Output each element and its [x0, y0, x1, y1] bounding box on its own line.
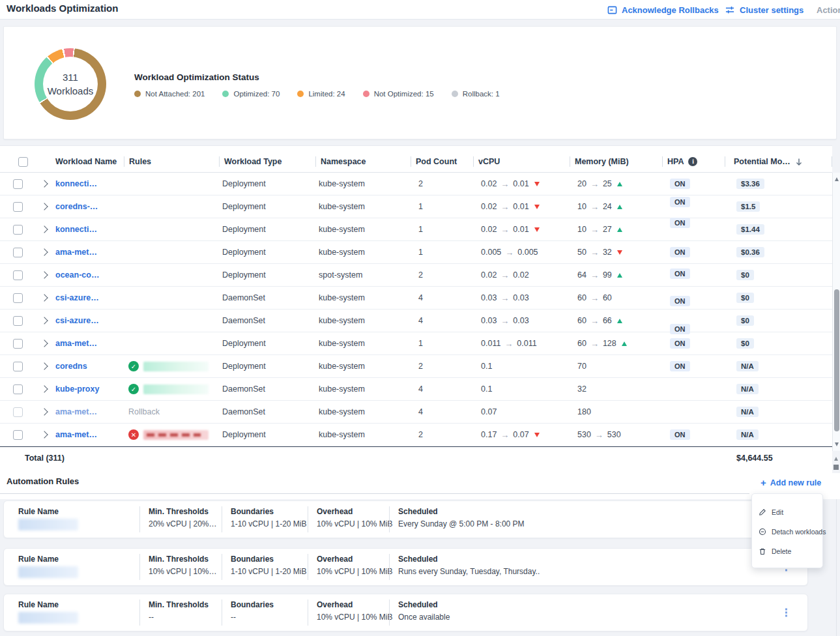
add-new-rule-button[interactable]: + Add new rule [760, 478, 821, 487]
row-checkbox[interactable] [13, 407, 23, 417]
row-checkbox[interactable] [13, 362, 23, 371]
workload-name-link[interactable]: ama-met… [53, 407, 124, 416]
expand-cell [33, 386, 53, 392]
arrow-right-icon: → [500, 202, 509, 212]
acknowledge-rollbacks-button[interactable]: Acknowledge Rollbacks [607, 0, 719, 20]
workload-name-link[interactable]: kube-proxy [53, 384, 124, 394]
pod-count-cell: 4 [411, 407, 473, 416]
expand-row-icon[interactable] [40, 317, 48, 324]
row-checkbox[interactable] [13, 293, 23, 303]
menu-item-detach-workloads[interactable]: Detach workloads [752, 522, 822, 542]
rule-actions-kebab[interactable] [783, 607, 789, 619]
col-header-potential-monthly[interactable]: Potential Mo… [725, 151, 832, 172]
workload-name-link[interactable]: konnecti… [53, 225, 124, 234]
workload-name-link[interactable]: ocean-co… [53, 270, 124, 280]
row-checkbox[interactable] [13, 179, 23, 189]
potential-cell: $1.44 [725, 224, 832, 235]
rule-actions-menu: EditDetach workloadsDelete [751, 493, 823, 568]
potential-cell: N/A [725, 429, 832, 440]
rule-name-label: Rule Name [18, 507, 139, 516]
row-checkbox[interactable] [13, 384, 23, 394]
potential-cell: $0 [725, 270, 832, 280]
menu-item-delete[interactable]: Delete [752, 542, 822, 561]
rules-cell: Rollback [124, 407, 219, 416]
vcpu-cell: 0.03→0.03 [473, 293, 570, 303]
row-checkbox[interactable] [13, 225, 23, 235]
row-checkbox[interactable] [13, 270, 23, 280]
workload-name-link[interactable]: ama-met… [53, 430, 124, 439]
workload-name-link[interactable]: coredns [53, 362, 124, 371]
trend-up-icon [617, 205, 622, 209]
table-row: csi-azure…DaemonSetkube-system40.03→0.03… [0, 310, 832, 332]
col-header-namespace[interactable]: Namespace [315, 151, 411, 172]
legend-label: Optimized: 70 [233, 90, 280, 98]
workload-name-link[interactable]: ama-met… [53, 248, 124, 257]
workload-name-cell: konnecti… [53, 179, 124, 188]
table-scrollbar[interactable] [832, 173, 840, 451]
expand-row-icon[interactable] [40, 271, 48, 278]
legend-item: Not Optimized: 15 [363, 90, 434, 98]
workload-type-cell: Deployment [219, 339, 315, 348]
row-checkbox[interactable] [13, 316, 23, 326]
workload-name-link[interactable]: coredns-… [53, 202, 124, 211]
metric-recommended: 99 [603, 270, 612, 280]
workload-name-link[interactable]: ama-met… [53, 339, 124, 348]
hpa-badge: ON [670, 361, 690, 371]
expand-row-icon[interactable] [40, 294, 48, 301]
scroll-down-icon[interactable] [835, 442, 839, 446]
col-header-vcpu[interactable]: vCPU [473, 151, 570, 172]
col-header-workload-name[interactable]: Workload Name [53, 151, 124, 172]
col-header-memory[interactable]: Memory (MiB) [570, 151, 662, 172]
expand-row-icon[interactable] [40, 385, 48, 392]
page-scroll-up-icon[interactable] [834, 457, 838, 461]
sort-desc-icon[interactable] [795, 158, 803, 166]
row-checkbox[interactable] [13, 339, 23, 349]
col-header-workload-type[interactable]: Workload Type [219, 151, 315, 172]
table-row: konnecti…Deploymentkube-system10.02→0.01… [0, 218, 832, 241]
metric-current: 0.17 [481, 430, 497, 439]
donut-center-label: 311 Workloads [35, 48, 106, 120]
arrow-right-icon: → [500, 270, 509, 280]
col-header-rules[interactable]: Rules [124, 151, 219, 172]
menu-item-label: Detach workloads [772, 528, 826, 536]
table-scrollbar-thumb[interactable] [834, 289, 839, 431]
select-all-checkbox[interactable] [18, 157, 28, 167]
rule-thresholds-column-label: Min. Thresholds [149, 507, 222, 516]
metric-recommended: 24 [603, 202, 612, 211]
action-button-disabled[interactable]: Action [817, 0, 840, 20]
workload-name-link[interactable]: csi-azure… [53, 316, 124, 325]
menu-item-edit[interactable]: Edit [752, 502, 822, 522]
vcpu-cell: 0.02→0.01 [473, 179, 570, 189]
metric-current: 0.03 [481, 316, 497, 325]
col-header-pod-count[interactable]: Pod Count [411, 151, 473, 172]
expand-row-icon[interactable] [40, 203, 48, 210]
workload-name-link[interactable]: csi-azure… [53, 293, 124, 302]
vcpu-cell: 0.005→0.005 [473, 248, 570, 257]
table-body: konnecti…Deploymentkube-system20.02→0.01… [0, 173, 832, 446]
arrow-right-icon: → [500, 225, 509, 235]
expand-row-icon[interactable] [40, 408, 48, 415]
expand-row-icon[interactable] [40, 248, 48, 255]
col-header-hpa[interactable]: HPA i [662, 151, 725, 172]
metric-current: 0.005 [481, 248, 501, 257]
namespace-cell: kube-system [315, 225, 411, 234]
row-checkbox[interactable] [13, 430, 23, 440]
hpa-info-icon[interactable]: i [688, 157, 697, 166]
memory-cell: 50→32 [570, 248, 662, 257]
table-row: coredns✓Deploymentkube-system20.170ONN/A [0, 355, 832, 378]
workload-type-cell: DaemonSet [219, 407, 315, 416]
metric-current: 10 [577, 225, 587, 234]
row-checkbox[interactable] [13, 202, 23, 212]
cluster-settings-button[interactable]: Cluster settings [725, 0, 804, 20]
workload-name-link[interactable]: konnecti… [53, 179, 124, 188]
detach-icon [759, 528, 766, 536]
arrow-right-icon: → [505, 248, 514, 257]
page-scrollbar-thumb[interactable] [833, 465, 839, 470]
expand-row-icon[interactable] [40, 225, 48, 233]
expand-row-icon[interactable] [40, 362, 48, 369]
expand-row-icon[interactable] [40, 340, 48, 347]
expand-row-icon[interactable] [40, 180, 48, 187]
scroll-up-icon[interactable] [835, 177, 839, 181]
row-checkbox[interactable] [13, 248, 23, 257]
expand-row-icon[interactable] [40, 431, 48, 438]
